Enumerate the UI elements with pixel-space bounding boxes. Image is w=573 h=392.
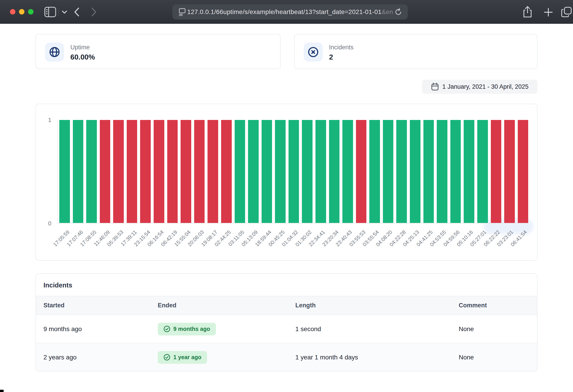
incidents-label: Incidents — [329, 44, 354, 51]
incidents-value: 2 — [329, 53, 333, 61]
incident-length: 1 year 1 month 4 days — [295, 354, 459, 361]
uptime-value: 60.00% — [70, 53, 95, 61]
heartbeat-bar[interactable] — [504, 120, 515, 223]
heartbeat-bar[interactable] — [208, 120, 218, 223]
heartbeat-bar[interactable] — [450, 120, 461, 223]
uptime-icon-tile — [45, 43, 64, 62]
incidents-table-card: Incidents Started Ended Length Comment 9… — [36, 273, 537, 371]
heartbeat-bar[interactable] — [86, 120, 97, 223]
heartbeat-bar[interactable] — [396, 120, 407, 223]
heartbeat-bar[interactable] — [356, 120, 367, 223]
incidents-stat-card: Incidents 2 — [294, 34, 537, 69]
x-axis-labels: 17:05:5917:07:4617:08:5511:46:0905:39:53… — [57, 229, 528, 258]
heartbeat-bar[interactable] — [491, 120, 501, 223]
heartbeat-bar[interactable] — [194, 120, 205, 223]
sidebar-toggle-icon[interactable] — [44, 7, 56, 17]
chevron-down-icon[interactable] — [61, 10, 68, 15]
reload-icon[interactable] — [394, 8, 402, 16]
check-circle-icon — [163, 325, 170, 333]
heartbeat-plot — [57, 120, 528, 223]
date-range-label: 1 January, 2021 - 30 April, 2025 — [442, 83, 529, 90]
incident-comment: None — [459, 354, 537, 361]
toolbar-divider — [58, 8, 59, 16]
column-header-started: Started — [43, 302, 158, 309]
column-header-comment: Comment — [459, 302, 537, 309]
heartbeat-bar[interactable] — [59, 120, 70, 223]
y-tick-1: 1 — [42, 117, 51, 124]
incident-comment: None — [459, 325, 537, 333]
uptime-stat-card: Uptime 60.00% — [36, 34, 281, 69]
tab-overview-icon[interactable] — [561, 6, 572, 18]
resolved-badge: 1 year ago — [158, 351, 207, 364]
heartbeat-bar[interactable] — [180, 120, 191, 223]
heartbeat-bar[interactable] — [437, 120, 448, 223]
incident-started: 2 years ago — [43, 354, 158, 361]
incident-started: 9 months ago — [43, 325, 158, 333]
heartbeat-bar[interactable] — [154, 120, 164, 223]
resolved-badge: 9 months ago — [158, 323, 216, 335]
heartbeat-bar[interactable] — [221, 120, 232, 223]
heartbeat-bar[interactable] — [235, 120, 245, 223]
incident-ended-cell: 1 year ago — [158, 351, 295, 364]
uptime-label: Uptime — [70, 44, 90, 51]
incident-row: 2 years ago1 year ago1 year 1 month 4 da… — [36, 343, 537, 371]
heartbeat-bar[interactable] — [423, 120, 434, 223]
globe-icon — [49, 46, 60, 58]
screen-corner-artifact — [0, 390, 4, 392]
close-window-button[interactable] — [10, 9, 15, 15]
browser-toolbar: 127.0.0.1/66uptime/s/example/heartbeat/1… — [0, 0, 573, 24]
column-header-length: Length — [295, 302, 459, 309]
back-button-icon[interactable] — [73, 7, 81, 17]
heartbeat-bar[interactable] — [127, 120, 137, 223]
heartbeat-bar[interactable] — [315, 120, 326, 223]
heartbeat-bar[interactable] — [302, 120, 313, 223]
heartbeat-bar[interactable] — [262, 120, 272, 223]
heartbeat-bar[interactable] — [329, 120, 340, 223]
share-icon[interactable] — [522, 6, 533, 18]
heartbeat-bar[interactable] — [140, 120, 151, 223]
table-header-row: Started Ended Length Comment — [36, 296, 537, 315]
heartbeat-bar[interactable] — [100, 120, 110, 223]
date-range-button[interactable]: 1 January, 2021 - 30 April, 2025 — [422, 80, 537, 94]
table-body: 9 months ago9 months ago1 secondNone2 ye… — [36, 315, 537, 371]
circle-x-icon — [307, 46, 319, 58]
heartbeat-bar[interactable] — [518, 120, 528, 223]
screenshot-stage: 127.0.0.1/66uptime/s/example/heartbeat/1… — [0, 0, 573, 392]
heartbeat-bar[interactable] — [383, 120, 394, 223]
new-tab-icon[interactable] — [544, 7, 553, 17]
heartbeat-bar[interactable] — [464, 120, 474, 223]
minimize-window-button[interactable] — [19, 9, 24, 15]
heartbeat-bar[interactable] — [248, 120, 259, 223]
address-bar[interactable]: 127.0.0.1/66uptime/s/example/heartbeat/1… — [172, 4, 408, 19]
resolved-badge-label: 1 year ago — [173, 354, 201, 360]
zoom-window-button[interactable] — [28, 9, 34, 15]
y-tick-0: 0 — [42, 220, 51, 227]
incidents-table-title: Incidents — [43, 282, 72, 289]
incident-length: 1 second — [295, 325, 459, 333]
incident-ended-cell: 9 months ago — [158, 323, 295, 335]
url-text: 127.0.0.1/66uptime/s/example/heartbeat/1… — [172, 8, 408, 16]
heartbeat-bar[interactable] — [113, 120, 124, 223]
incident-row: 9 months ago9 months ago1 secondNone — [36, 315, 537, 343]
heartbeat-bar[interactable] — [369, 120, 380, 223]
heartbeat-bar[interactable] — [288, 120, 299, 223]
heartbeat-bar[interactable] — [167, 120, 178, 223]
check-circle-icon — [163, 354, 170, 361]
resolved-badge-label: 9 months ago — [173, 326, 210, 332]
heartbeat-bar[interactable] — [275, 120, 286, 223]
incidents-icon-tile — [304, 43, 323, 62]
column-header-ended: Ended — [158, 302, 295, 309]
calendar-icon — [431, 83, 439, 91]
heartbeat-bar[interactable] — [410, 120, 420, 223]
heartbeat-chart-card: 1 0 17:05:5917:07:4617:08:5511:46:0905:3… — [36, 104, 537, 261]
heartbeat-bar[interactable] — [477, 120, 488, 223]
heartbeat-bar[interactable] — [342, 120, 353, 223]
forward-button-icon[interactable] — [90, 7, 98, 17]
heartbeat-bar[interactable] — [73, 120, 84, 223]
